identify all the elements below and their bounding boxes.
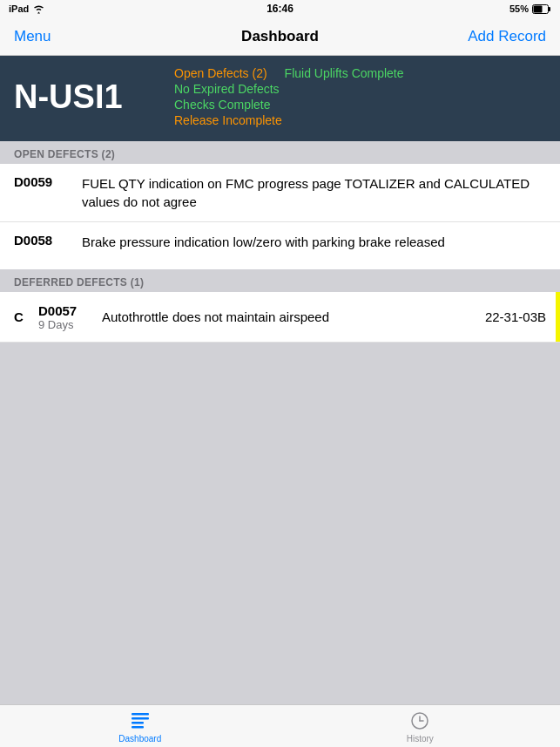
fluid-uplifts-status: Fluid Uplifts Complete <box>285 66 404 80</box>
table-row[interactable]: C D0057 9 Days Autothrottle does not mai… <box>0 292 560 343</box>
history-tab-label: History <box>407 734 434 744</box>
nav-bar: Menu Dashboard Add Record <box>0 17 560 56</box>
battery-percent: 55% <box>509 3 529 14</box>
tab-history[interactable]: History <box>280 710 561 744</box>
status-bar-time: 16:46 <box>267 3 293 15</box>
deferred-category: C <box>14 309 31 324</box>
history-icon <box>408 710 431 732</box>
svg-rect-1 <box>549 7 551 11</box>
status-row-3: Checks Complete <box>174 98 404 112</box>
defect-id: D0058 <box>14 233 75 248</box>
tab-dashboard[interactable]: Dashboard <box>0 710 280 744</box>
deferred-indicator <box>556 292 560 342</box>
status-bar: iPad 16:46 55% <box>0 0 560 17</box>
aircraft-status: Open Defects (2) Fluid Uplifts Complete … <box>174 66 404 127</box>
release-incomplete-status: Release Incomplete <box>174 113 282 127</box>
deferred-defects-list: C D0057 9 Days Autothrottle does not mai… <box>0 292 560 343</box>
dashboard-icon <box>129 710 152 732</box>
aircraft-header: N-USI1 Open Defects (2) Fluid Uplifts Co… <box>0 56 560 141</box>
no-expired-defects-status: No Expired Defects <box>174 82 280 96</box>
deferred-description: Autothrottle does not maintain airspeed <box>102 309 478 324</box>
content-spacer <box>0 343 560 648</box>
tab-bar: Dashboard History <box>0 704 560 747</box>
nav-title: Dashboard <box>241 28 319 45</box>
deferred-id: D0057 <box>38 303 95 318</box>
menu-button[interactable]: Menu <box>14 28 51 45</box>
device-name: iPad <box>9 3 29 14</box>
aircraft-id: N-USI1 <box>14 78 153 116</box>
dashboard-tab-label: Dashboard <box>118 734 161 744</box>
status-bar-left: iPad <box>9 3 45 14</box>
add-record-button[interactable]: Add Record <box>468 28 546 45</box>
deferred-defects-header: DEFERRED DEFECTS (1) <box>0 269 560 292</box>
defect-description: Brake pressure indication low/zero with … <box>82 233 546 251</box>
defect-id: D0059 <box>14 174 75 189</box>
deferred-id-block: D0057 9 Days <box>38 303 95 331</box>
table-row[interactable]: D0058 Brake pressure indication low/zero… <box>0 222 560 269</box>
open-defects-header: OPEN DEFECTS (2) <box>0 141 560 164</box>
svg-rect-5 <box>132 722 144 724</box>
svg-rect-4 <box>132 717 149 720</box>
svg-rect-2 <box>534 5 543 12</box>
svg-rect-3 <box>132 713 149 716</box>
defect-description: FUEL QTY indication on FMC progress page… <box>82 174 546 211</box>
status-bar-right: 55% <box>509 3 551 14</box>
checks-complete-status: Checks Complete <box>174 98 271 112</box>
open-defects-status: Open Defects (2) <box>174 66 267 80</box>
status-row-1: Open Defects (2) Fluid Uplifts Complete <box>174 66 404 80</box>
battery-icon <box>532 4 551 14</box>
svg-rect-6 <box>132 726 144 729</box>
main-content: N-USI1 Open Defects (2) Fluid Uplifts Co… <box>0 56 560 690</box>
deferred-code: 22-31-03B <box>485 309 546 324</box>
status-row-2: No Expired Defects <box>174 82 404 96</box>
wifi-icon <box>32 4 45 14</box>
deferred-days: 9 Days <box>38 318 95 331</box>
table-row[interactable]: D0059 FUEL QTY indication on FMC progres… <box>0 164 560 222</box>
open-defects-list: D0059 FUEL QTY indication on FMC progres… <box>0 164 560 269</box>
status-row-4: Release Incomplete <box>174 113 404 127</box>
